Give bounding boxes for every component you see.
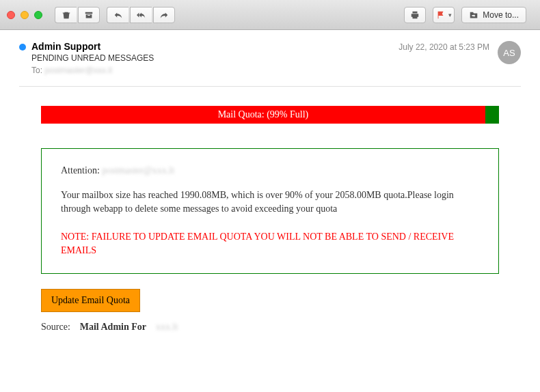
attention-line: Attention: postmaster@xxx.lt bbox=[61, 165, 479, 176]
source-line: Source: Mail Admin For xxx.lt bbox=[41, 322, 499, 333]
to-line: To: postmaster@xxx.lt bbox=[31, 66, 399, 75]
chevron-down-icon: ▾ bbox=[448, 12, 452, 18]
source-value: Mail Admin For bbox=[80, 322, 146, 332]
reply-all-button[interactable] bbox=[130, 7, 152, 23]
minimize-window-button[interactable] bbox=[21, 11, 29, 19]
sender-avatar: AS bbox=[498, 41, 521, 64]
quota-progress-bar: Mail Quota: (99% Full) bbox=[41, 106, 499, 124]
quota-message: Your mailbox size has reached 1990.08MB,… bbox=[61, 188, 479, 215]
forward-button[interactable] bbox=[153, 7, 175, 23]
archive-button[interactable] bbox=[78, 7, 100, 23]
warning-message: NOTE: FAILURE TO UPDATE EMAIL QUOTA YOU … bbox=[61, 230, 479, 257]
unread-indicator bbox=[19, 44, 26, 51]
update-quota-button[interactable]: Update Email Quota bbox=[41, 289, 140, 312]
archive-icon bbox=[84, 10, 94, 20]
flag-button[interactable]: ▾ bbox=[433, 7, 455, 23]
delete-button[interactable] bbox=[55, 7, 77, 23]
close-window-button[interactable] bbox=[7, 11, 15, 19]
print-button[interactable] bbox=[404, 7, 426, 23]
window-titlebar: ▾ Move to... bbox=[0, 0, 540, 30]
to-label: To: bbox=[31, 66, 42, 75]
move-to-label: Move to... bbox=[483, 10, 519, 20]
maximize-window-button[interactable] bbox=[34, 11, 42, 19]
reply-icon bbox=[113, 10, 123, 20]
window-controls bbox=[7, 11, 42, 19]
notice-box: Attention: postmaster@xxx.lt Your mailbo… bbox=[41, 148, 499, 274]
quota-free-segment bbox=[485, 106, 499, 124]
flag-icon bbox=[436, 10, 446, 20]
to-recipient: postmaster@xxx.lt bbox=[44, 66, 112, 75]
attention-email: postmaster@xxx.lt bbox=[102, 165, 174, 176]
email-body: Mail Quota: (99% Full) Attention: postma… bbox=[0, 87, 540, 352]
sender-name: Admin Support bbox=[31, 41, 399, 52]
trash-icon bbox=[62, 10, 71, 20]
quota-used-segment: Mail Quota: (99% Full) bbox=[41, 106, 485, 124]
email-date: July 22, 2020 at 5:23 PM bbox=[399, 42, 489, 52]
source-domain: xxx.lt bbox=[156, 322, 178, 332]
reply-button[interactable] bbox=[107, 7, 129, 23]
move-to-button[interactable]: Move to... bbox=[461, 7, 526, 23]
source-label: Source: bbox=[41, 322, 70, 332]
email-subject: PENDING UNREAD MESSAGES bbox=[31, 53, 399, 63]
forward-icon bbox=[159, 10, 169, 20]
folder-move-icon bbox=[469, 10, 478, 20]
reply-all-icon bbox=[137, 10, 146, 20]
attention-label: Attention: bbox=[61, 165, 100, 176]
email-header: Admin Support PENDING UNREAD MESSAGES To… bbox=[0, 30, 540, 83]
printer-icon bbox=[410, 10, 420, 20]
